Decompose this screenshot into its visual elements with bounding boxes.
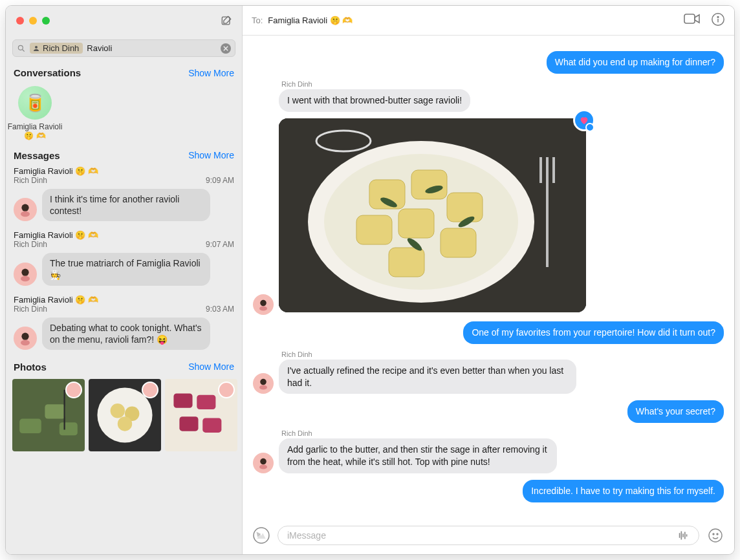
svg-rect-38 bbox=[447, 193, 483, 222]
message-incoming: I've actually refined the recipe and it'… bbox=[253, 360, 724, 394]
message-bubble[interactable]: What did you end up making for dinner? bbox=[547, 51, 724, 74]
close-icon bbox=[223, 46, 228, 51]
svg-point-5 bbox=[21, 211, 30, 217]
message-search-result[interactable]: Famiglia Ravioli 🤫 🫶 Rich Dinh 9:07 AM T… bbox=[6, 229, 242, 293]
memoji-icon bbox=[256, 455, 271, 471]
incoming-group: Rich Dinh Add garlic to the butter, and … bbox=[253, 429, 724, 473]
photo-thumbnail[interactable] bbox=[12, 379, 85, 451]
compose-button[interactable] bbox=[217, 13, 235, 28]
svg-rect-22 bbox=[173, 393, 192, 407]
apps-button[interactable] bbox=[252, 526, 271, 545]
sender-avatar bbox=[14, 327, 37, 350]
svg-point-7 bbox=[21, 268, 28, 275]
svg-rect-23 bbox=[197, 395, 215, 409]
to-value[interactable]: Famiglia Ravioli 🤫 🫶 bbox=[268, 16, 353, 25]
conversation-item[interactable]: 🥫 Famiglia Ravioli 🤫 🫶 bbox=[6, 82, 56, 146]
zoom-button[interactable] bbox=[42, 17, 50, 25]
reaction-love[interactable] bbox=[573, 109, 595, 131]
emoji-button[interactable] bbox=[706, 526, 725, 545]
waveform-icon bbox=[677, 530, 691, 541]
photos-row bbox=[6, 376, 242, 459]
details-button[interactable] bbox=[711, 12, 725, 29]
message-outgoing: Incredible. I have to try making this fo… bbox=[253, 480, 724, 502]
close-button[interactable] bbox=[16, 17, 24, 25]
section-header-photos: Photos Show More bbox=[6, 358, 242, 376]
sender-name: Rich Dinh bbox=[281, 80, 724, 88]
sender-avatar bbox=[14, 198, 37, 221]
message-bubble[interactable]: I went with that browned-butter sage rav… bbox=[279, 89, 470, 112]
svg-point-2 bbox=[35, 46, 38, 48]
section-title: Messages bbox=[14, 150, 60, 161]
svg-rect-14 bbox=[45, 404, 65, 418]
photo-thumbnail[interactable] bbox=[165, 379, 237, 451]
svg-point-4 bbox=[21, 204, 28, 211]
search-icon bbox=[17, 44, 26, 53]
minimize-button[interactable] bbox=[29, 17, 37, 25]
svg-point-54 bbox=[254, 528, 269, 543]
show-more-conversations[interactable]: Show More bbox=[188, 68, 234, 78]
sender-avatar bbox=[253, 453, 274, 473]
apps-icon bbox=[253, 527, 270, 544]
search-query-text: Ravioli bbox=[87, 43, 217, 53]
message-composer: iMessage bbox=[243, 521, 734, 554]
sidebar: Rich Dinh Ravioli Conversations Show Mor… bbox=[6, 6, 243, 554]
message-search-result[interactable]: Famiglia Ravioli 🤫 🫶 Rich Dinh 9:09 AM I… bbox=[6, 165, 242, 229]
image-attachment bbox=[279, 118, 586, 312]
svg-point-50 bbox=[259, 385, 267, 390]
photo-sender-badge bbox=[65, 382, 82, 398]
memoji-icon bbox=[256, 297, 271, 312]
svg-rect-42 bbox=[389, 248, 424, 277]
audio-message-button[interactable] bbox=[674, 526, 693, 545]
photo-sender-badge bbox=[142, 382, 158, 398]
search-input[interactable]: Rich Dinh Ravioli bbox=[12, 39, 235, 57]
show-more-photos[interactable]: Show More bbox=[188, 361, 234, 372]
search-filter-chip[interactable]: Rich Dinh bbox=[30, 43, 83, 54]
message-bubble[interactable]: What's your secret? bbox=[627, 400, 724, 423]
svg-point-18 bbox=[111, 404, 125, 418]
svg-point-56 bbox=[713, 533, 714, 535]
section-header-messages: Messages Show More bbox=[6, 146, 242, 165]
svg-point-57 bbox=[717, 533, 718, 535]
message-thread[interactable]: What did you end up making for dinner? R… bbox=[243, 36, 734, 521]
svg-rect-24 bbox=[179, 416, 198, 431]
show-more-messages[interactable]: Show More bbox=[188, 150, 234, 160]
search-container: Rich Dinh Ravioli bbox=[6, 36, 242, 63]
person-icon bbox=[32, 45, 40, 52]
message-input[interactable]: iMessage bbox=[278, 526, 699, 545]
svg-rect-41 bbox=[441, 228, 476, 257]
message-bubble[interactable]: Incredible. I have to try making this fo… bbox=[523, 480, 724, 502]
svg-rect-37 bbox=[411, 170, 447, 199]
sender-avatar bbox=[253, 373, 274, 394]
message-bubble[interactable]: I've actually refined the recipe and it'… bbox=[279, 360, 576, 394]
image-message[interactable] bbox=[279, 118, 586, 312]
svg-point-52 bbox=[260, 458, 267, 465]
svg-point-55 bbox=[709, 529, 722, 542]
svg-point-8 bbox=[21, 275, 30, 281]
sender-avatar bbox=[253, 294, 274, 315]
result-preview: I think it's time for another ravioli co… bbox=[42, 189, 210, 221]
photo-thumbnail[interactable] bbox=[89, 379, 161, 451]
clear-search-button[interactable] bbox=[221, 43, 231, 54]
message-bubble[interactable]: Add garlic to the butter, and then stir … bbox=[279, 438, 557, 473]
svg-rect-40 bbox=[398, 209, 434, 238]
facetime-button[interactable] bbox=[684, 12, 701, 29]
message-incoming bbox=[253, 116, 724, 315]
messages-window: Rich Dinh Ravioli Conversations Show Mor… bbox=[5, 5, 735, 555]
sender-name: Rich Dinh bbox=[281, 350, 724, 358]
svg-rect-25 bbox=[202, 418, 221, 432]
message-bubble[interactable]: One of my favorites from your repertoire… bbox=[463, 321, 724, 344]
conversation-header: To: Famiglia Ravioli 🤫 🫶 bbox=[243, 6, 734, 36]
window-controls bbox=[12, 17, 50, 25]
emoji-icon bbox=[708, 528, 723, 543]
input-placeholder: iMessage bbox=[287, 530, 669, 541]
header-actions bbox=[684, 12, 725, 29]
result-sender: Rich Dinh bbox=[14, 176, 47, 185]
search-chip-label: Rich Dinh bbox=[43, 43, 79, 53]
message-incoming: Add garlic to the butter, and then stir … bbox=[253, 438, 724, 473]
svg-point-1 bbox=[18, 45, 23, 50]
memoji-icon bbox=[256, 376, 271, 391]
message-search-result[interactable]: Famiglia Ravioli 🤫 🫶 Rich Dinh 9:03 AM D… bbox=[6, 294, 242, 358]
svg-point-28 bbox=[717, 16, 719, 17]
incoming-group: Rich Dinh I went with that browned-butte… bbox=[253, 80, 724, 315]
section-title: Photos bbox=[14, 361, 47, 372]
